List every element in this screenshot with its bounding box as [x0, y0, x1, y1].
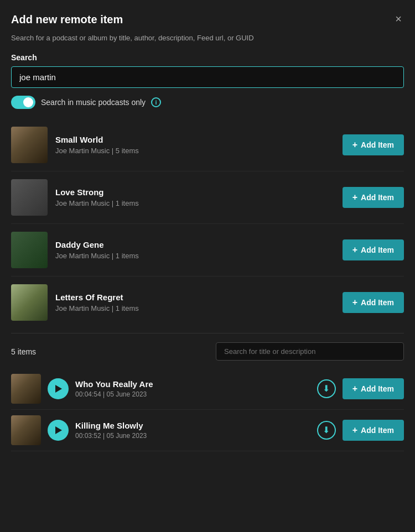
- track-thumb-who-you-really-are: [11, 374, 41, 404]
- result-item-daddy-gene: Daddy Gene Joe Martin Music | 1 items + …: [11, 224, 404, 277]
- add-item-button-killing-me-slowly[interactable]: + Add Item: [343, 420, 404, 441]
- result-thumb-letters-of-regret: [11, 284, 48, 321]
- items-count: 5 items: [11, 347, 36, 356]
- items-header: 5 items: [11, 342, 404, 361]
- result-info-small-world: Small World Joe Martin Music | 5 items: [55, 135, 335, 155]
- track-thumb-killing-me-slowly: [11, 415, 41, 445]
- play-button-who-you-really-are[interactable]: [48, 378, 69, 399]
- items-section: 5 items Who You Really Are 00:04:54 | 05…: [11, 342, 404, 451]
- result-title: Daddy Gene: [55, 240, 335, 249]
- add-item-label: Add Item: [361, 426, 394, 435]
- plus-icon: +: [352, 140, 357, 150]
- toggle-slider: [11, 96, 35, 109]
- track-title: Killing Me Slowly: [75, 421, 310, 430]
- search-label: Search: [11, 53, 404, 62]
- add-item-button-love-strong[interactable]: + Add Item: [343, 187, 404, 208]
- result-item-small-world: Small World Joe Martin Music | 5 items +…: [11, 119, 404, 171]
- result-info-letters-of-regret: Letters Of Regret Joe Martin Music | 1 i…: [55, 293, 335, 312]
- play-button-killing-me-slowly[interactable]: [48, 420, 69, 441]
- result-title: Love Strong: [55, 187, 335, 197]
- result-thumb-love-strong: [11, 179, 48, 216]
- plus-icon: +: [352, 245, 357, 255]
- modal-subtitle: Search for a podcast or album by title, …: [11, 34, 404, 42]
- track-meta: 00:04:54 | 05 June 2023: [75, 390, 310, 398]
- result-title: Small World: [55, 135, 335, 144]
- result-item-love-strong: Love Strong Joe Martin Music | 1 items +…: [11, 171, 404, 224]
- result-info-daddy-gene: Daddy Gene Joe Martin Music | 1 items: [55, 240, 335, 260]
- search-results-list: Small World Joe Martin Music | 5 items +…: [11, 119, 404, 328]
- add-item-label: Add Item: [361, 193, 394, 202]
- music-podcasts-toggle[interactable]: [11, 96, 35, 109]
- toggle-label: Search in music podcasts only: [41, 98, 146, 107]
- info-icon[interactable]: i: [151, 97, 161, 107]
- plus-icon: +: [352, 425, 357, 435]
- plus-icon: +: [352, 384, 357, 394]
- result-title: Letters Of Regret: [55, 293, 335, 302]
- result-meta: Joe Martin Music | 1 items: [55, 199, 335, 207]
- download-arrow: ⬇: [323, 426, 330, 435]
- add-item-button-small-world[interactable]: + Add Item: [343, 134, 404, 155]
- add-item-label: Add Item: [361, 384, 394, 393]
- add-remote-item-modal: Add new remote item × Search for a podca…: [0, 0, 415, 532]
- toggle-row: Search in music podcasts only i: [11, 96, 404, 109]
- download-icon-who-you-really-are[interactable]: ⬇: [317, 379, 336, 398]
- result-thumb-daddy-gene: [11, 232, 48, 268]
- track-info-who-you-really-are: Who You Really Are 00:04:54 | 05 June 20…: [75, 379, 310, 398]
- modal-header: Add new remote item ×: [11, 13, 404, 26]
- modal-title: Add new remote item: [11, 13, 123, 26]
- plus-icon: +: [352, 298, 357, 307]
- track-info-killing-me-slowly: Killing Me Slowly 00:03:52 | 05 June 202…: [75, 421, 310, 440]
- result-item-letters-of-regret: Letters Of Regret Joe Martin Music | 1 i…: [11, 277, 404, 328]
- play-icon: [55, 426, 62, 434]
- add-item-button-letters-of-regret[interactable]: + Add Item: [343, 292, 404, 313]
- add-item-label: Add Item: [361, 298, 394, 307]
- track-item-killing-me-slowly: Killing Me Slowly 00:03:52 | 05 June 202…: [11, 410, 404, 451]
- play-icon: [55, 385, 62, 393]
- close-button[interactable]: ×: [393, 13, 404, 24]
- section-divider: [11, 333, 404, 333]
- search-input[interactable]: [11, 66, 404, 88]
- add-item-button-daddy-gene[interactable]: + Add Item: [343, 239, 404, 260]
- add-item-label: Add Item: [361, 246, 394, 254]
- result-thumb-small-world: [11, 127, 48, 163]
- result-info-love-strong: Love Strong Joe Martin Music | 1 items: [55, 187, 335, 207]
- result-meta: Joe Martin Music | 1 items: [55, 304, 335, 312]
- add-item-button-who-you-really-are[interactable]: + Add Item: [343, 378, 404, 399]
- track-title: Who You Really Are: [75, 379, 310, 389]
- items-search-input[interactable]: [216, 342, 404, 361]
- result-meta: Joe Martin Music | 5 items: [55, 147, 335, 155]
- download-icon-killing-me-slowly[interactable]: ⬇: [317, 421, 336, 440]
- track-item-who-you-really-are: Who You Really Are 00:04:54 | 05 June 20…: [11, 368, 404, 410]
- result-meta: Joe Martin Music | 1 items: [55, 252, 335, 260]
- download-arrow: ⬇: [323, 384, 330, 393]
- add-item-label: Add Item: [361, 140, 394, 149]
- track-meta: 00:03:52 | 05 June 2023: [75, 432, 310, 440]
- plus-icon: +: [352, 192, 357, 202]
